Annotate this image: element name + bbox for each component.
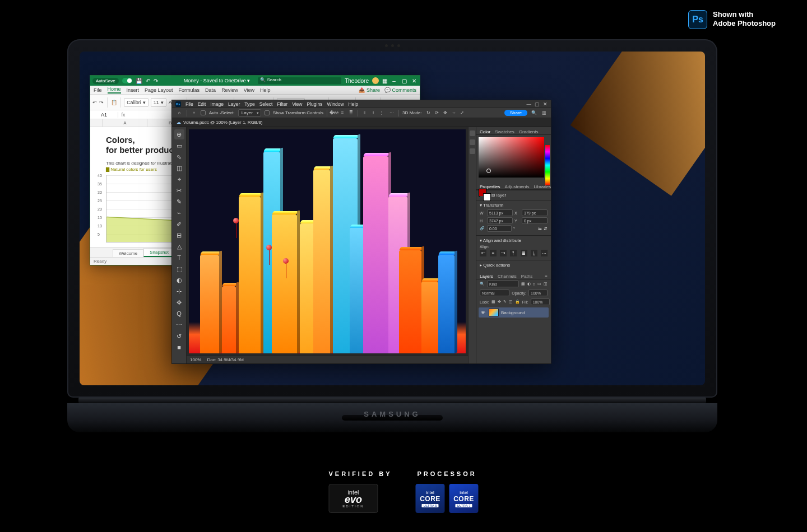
- tool-icon[interactable]: ⬚: [174, 264, 184, 274]
- workspace-icon[interactable]: ▥: [541, 110, 548, 116]
- menu-filter[interactable]: Filter: [277, 101, 287, 107]
- width-field[interactable]: 5113 px: [487, 209, 513, 216]
- undo-icon[interactable]: ↶: [146, 78, 150, 84]
- avatar[interactable]: [372, 77, 379, 84]
- tab-page-layout[interactable]: Page Layout: [145, 87, 173, 93]
- filter-smart-icon[interactable]: ◫: [544, 282, 548, 286]
- lock-position-icon[interactable]: ✥: [498, 300, 501, 304]
- tab-color[interactable]: Color: [480, 129, 490, 134]
- tool-icon[interactable]: T: [174, 253, 184, 263]
- maximize-button[interactable]: ▢: [401, 78, 407, 84]
- tab-gradients[interactable]: Gradients: [519, 129, 539, 134]
- layer-name[interactable]: Background: [501, 310, 525, 315]
- transform-controls-checkbox[interactable]: [265, 110, 270, 115]
- flip-v-icon[interactable]: ⇵: [544, 226, 548, 231]
- font-size-select[interactable]: 11 ▾: [151, 98, 166, 107]
- hue-slider[interactable]: [545, 145, 550, 185]
- menu-layer[interactable]: Layer: [228, 101, 240, 107]
- 3d-pan-icon[interactable]: ✥: [442, 110, 449, 116]
- menu-plugins[interactable]: Plugins: [307, 101, 322, 107]
- align-center-icon[interactable]: ≡: [339, 110, 346, 116]
- font-name-select[interactable]: Calibri ▾: [124, 98, 149, 107]
- menu-file[interactable]: File: [185, 101, 193, 107]
- flip-h-icon[interactable]: ⇋: [538, 226, 542, 231]
- align-hcenter-icon[interactable]: ≡: [490, 250, 497, 256]
- fill-field[interactable]: 100%: [531, 298, 550, 305]
- tool-icon[interactable]: ⋯: [174, 320, 184, 330]
- x-field[interactable]: 379 px: [522, 209, 548, 216]
- menu-edit[interactable]: Edit: [198, 101, 206, 107]
- paste-button[interactable]: 📋: [111, 98, 117, 107]
- save-icon[interactable]: 💾: [136, 78, 142, 84]
- angle-field[interactable]: 0.00: [487, 225, 512, 232]
- share-button[interactable]: 📤 Share: [359, 87, 380, 93]
- undo-button[interactable]: ↶: [92, 98, 97, 107]
- lock-icon[interactable]: 🔒: [515, 300, 520, 304]
- more-options-icon[interactable]: ⋯: [388, 110, 395, 116]
- ribbon-options-icon[interactable]: ▦: [382, 78, 387, 84]
- tab-paths[interactable]: Paths: [521, 274, 532, 279]
- filter-adjust-icon[interactable]: ◐: [527, 282, 531, 286]
- tab-swatches[interactable]: Swatches: [495, 129, 514, 134]
- tab-home[interactable]: Home: [108, 86, 121, 94]
- excel-title-bar[interactable]: AutoSave 💾 ↶ ↷ Money - Saved to OneDrive…: [90, 76, 420, 86]
- align-more-icon[interactable]: ⋯: [541, 250, 548, 256]
- autosave-toggle[interactable]: [122, 78, 132, 83]
- menu-help[interactable]: Help: [349, 101, 358, 107]
- move-tool-icon[interactable]: +: [191, 110, 197, 116]
- tool-icon[interactable]: ✂: [174, 185, 184, 195]
- background-color[interactable]: [483, 193, 491, 201]
- layer-thumbnail[interactable]: [489, 309, 499, 316]
- 3d-roll-icon[interactable]: ⟳: [434, 110, 440, 116]
- document-tab[interactable]: ☁ Volume.psdc @ 100% (Layer 1, RGB/8): [172, 118, 551, 127]
- tool-icon[interactable]: ⌖: [174, 174, 184, 184]
- menu-window[interactable]: Window: [327, 101, 344, 107]
- tab-channels[interactable]: Channels: [498, 274, 517, 279]
- minimize-button[interactable]: –: [391, 78, 397, 84]
- link-wh-icon[interactable]: 🔗: [480, 226, 485, 231]
- tool-icon[interactable]: ✐: [174, 219, 184, 229]
- tool-icon[interactable]: ⌁: [174, 208, 184, 218]
- close-button[interactable]: ✕: [543, 101, 548, 107]
- home-icon[interactable]: ⌂: [175, 109, 183, 117]
- canvas[interactable]: [189, 129, 466, 353]
- tab-view[interactable]: View: [244, 87, 254, 93]
- opacity-field[interactable]: 100%: [528, 290, 548, 296]
- user-area[interactable]: Theodore: [345, 77, 379, 84]
- dock-icon[interactable]: [470, 139, 475, 145]
- tab-insert[interactable]: Insert: [127, 87, 140, 93]
- tool-icon[interactable]: Q: [174, 309, 184, 319]
- name-box[interactable]: A1: [90, 112, 118, 118]
- tool-icon[interactable]: ▭: [174, 141, 184, 151]
- height-field[interactable]: 3747 px: [487, 217, 513, 224]
- distribute-h-icon[interactable]: ⫴: [361, 110, 368, 116]
- tool-icon[interactable]: ⇖: [174, 152, 184, 162]
- align-bottom-icon[interactable]: ⭳: [531, 250, 537, 256]
- align-right-icon[interactable]: ⭲: [500, 250, 507, 256]
- autoselect-layer-select[interactable]: Layer: [238, 109, 261, 116]
- blend-mode-select[interactable]: Normal: [480, 290, 509, 296]
- 3d-orbit-icon[interactable]: ↻: [425, 110, 432, 116]
- autoselect-checkbox[interactable]: [201, 110, 206, 115]
- tool-icon[interactable]: ✎: [174, 197, 184, 207]
- tab-formulas[interactable]: Formulas: [179, 87, 200, 93]
- select-all-cell[interactable]: [90, 119, 103, 127]
- redo-button[interactable]: ↷: [99, 98, 104, 107]
- filter-icon[interactable]: 🔍: [480, 282, 485, 286]
- 3d-zoom-icon[interactable]: ⤢: [459, 110, 466, 116]
- search-input[interactable]: 🔍 Search: [258, 77, 341, 84]
- tool-icon[interactable]: ⊹: [174, 286, 184, 296]
- filter-pixel-icon[interactable]: ▦: [521, 282, 525, 286]
- menu-view[interactable]: View: [292, 101, 302, 107]
- tool-icon[interactable]: ◐: [174, 275, 184, 285]
- tool-icon[interactable]: △: [174, 241, 184, 251]
- dock-icon[interactable]: [470, 130, 475, 136]
- tab-data[interactable]: Data: [205, 87, 216, 93]
- align-vcenter-icon[interactable]: ≣: [521, 250, 527, 256]
- fx-icon[interactable]: fx: [118, 112, 128, 118]
- search-icon[interactable]: 🔍: [531, 110, 537, 116]
- panel-menu-icon[interactable]: ≡: [545, 274, 548, 279]
- dock-icon[interactable]: [470, 148, 475, 154]
- distribute-v-icon[interactable]: ⫲: [370, 110, 377, 116]
- align-top-icon[interactable]: ⭱: [510, 250, 517, 256]
